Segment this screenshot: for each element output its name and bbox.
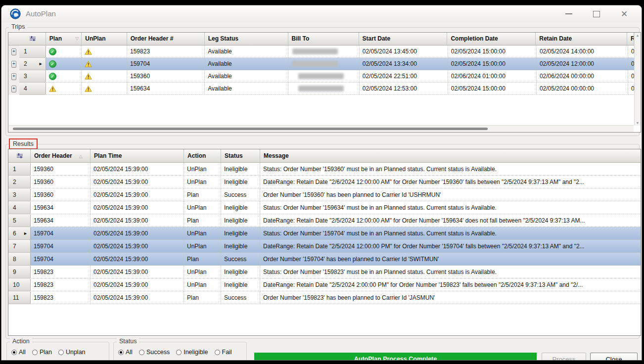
results-row[interactable]: 915982302/05/2024 15:39:00UnPlanIneligib… <box>8 266 641 278</box>
results-caption: Results <box>9 138 38 149</box>
cell-message: Status: Order Number '159360' must be in… <box>260 163 641 176</box>
radio-button-icon[interactable] <box>176 350 182 355</box>
radio-button-icon[interactable] <box>11 350 17 355</box>
cell-order-header: 159823 <box>31 278 91 291</box>
results-row[interactable]: 115936002/05/2024 15:39:00UnPlanIneligib… <box>8 163 641 176</box>
results-header-message[interactable]: Message <box>260 149 641 162</box>
trips-header-plan[interactable]: Plan▽ <box>46 33 82 45</box>
radio-label: Fail <box>222 349 232 356</box>
radio-label: All <box>19 349 26 356</box>
results-row[interactable]: 415963402/05/2024 15:39:00UnPlanIneligib… <box>8 201 641 214</box>
trips-header-completion[interactable]: Completion Date <box>447 33 536 45</box>
cell-order-header: 159360 <box>31 163 91 176</box>
maximize-button[interactable] <box>592 9 601 18</box>
close-button[interactable]: Close <box>590 353 638 361</box>
expand-button[interactable]: + <box>11 73 16 80</box>
results-row[interactable]: 215936002/05/2024 15:39:00UnPlanIneligib… <box>8 176 641 188</box>
cell-message: Status: Order Number '159634' must be in… <box>260 201 641 214</box>
results-row[interactable]: 1015982302/05/2024 15:39:00UnPlanIneligi… <box>8 278 641 291</box>
trips-filter-button[interactable] <box>19 33 46 45</box>
trips-header-start[interactable]: Start Date <box>359 33 448 45</box>
row-number: 7 <box>13 243 16 250</box>
minimize-button[interactable] <box>564 9 573 18</box>
row-header: 4 <box>8 201 31 214</box>
radio-action-all[interactable]: All <box>11 349 26 356</box>
trips-row[interactable]: +4159634Available02/05/2024 12:53:0002/0… <box>8 83 634 95</box>
cell-bill-to-redacted <box>288 58 359 70</box>
trips-header-row: Plan▽UnPlanOrder Header #Leg StatusBill … <box>8 33 634 46</box>
radio-button-icon[interactable] <box>215 350 220 355</box>
radio-button-icon[interactable] <box>32 350 38 355</box>
trips-horizontal-scrollbar[interactable] <box>9 125 634 132</box>
column-label: Retain Date <box>539 35 572 42</box>
cell-message: DateRange: Retain Date "2/5/2024 2:00:00… <box>260 278 641 291</box>
cell-plan-time: 02/05/2024 15:39:00 <box>91 266 184 278</box>
cell-message: Status: Order Number '159823' must be in… <box>260 266 641 278</box>
cell-message: DateRange: Retain Date "2/6/2024 12:00:0… <box>260 176 641 188</box>
cell-retain-date: 02/05/2024 12:00:00 <box>537 58 628 70</box>
radio-action-plan[interactable]: Plan <box>32 349 52 356</box>
expand-button[interactable]: + <box>11 61 16 68</box>
trips-row[interactable]: +1✓159823Available02/05/2024 13:45:0002/… <box>8 46 634 58</box>
results-header-action[interactable]: Action <box>184 149 221 162</box>
radio-status-all[interactable]: All <box>118 349 133 356</box>
expand-button[interactable]: + <box>11 86 16 92</box>
cell-bill-to-redacted <box>288 83 359 95</box>
cell-order-header: 159823 <box>127 46 205 58</box>
trips-header-order[interactable]: Order Header # <box>127 33 205 45</box>
cell-unplan <box>82 46 127 58</box>
redacted-value <box>298 73 344 79</box>
trips-header-unplan[interactable]: UnPlan <box>82 33 127 45</box>
results-header-status[interactable]: Status <box>221 149 260 162</box>
radio-status-success[interactable]: Success <box>139 349 170 356</box>
expand-button[interactable]: + <box>11 48 16 55</box>
radio-button-icon[interactable] <box>139 350 144 355</box>
radio-status-fail[interactable]: Fail <box>215 349 232 356</box>
sort-descending-icon: ▽ <box>75 36 79 41</box>
results-row[interactable]: 815970402/05/2024 15:39:00PlanSuccessOrd… <box>8 253 641 266</box>
radio-status-ineligible[interactable]: Ineligible <box>176 349 208 356</box>
cell-action: UnPlan <box>184 163 221 176</box>
trips-row[interactable]: +3✓159360Available02/05/2024 22:51:0002/… <box>8 70 634 83</box>
row-number: 3 <box>24 73 27 80</box>
cell-completion-date: 02/05/2024 15:00:00 <box>448 46 537 58</box>
cell-bill-to-redacted <box>288 70 359 83</box>
trips-row[interactable]: +2►✓159704Available02/05/2024 13:34:0002… <box>8 58 634 70</box>
results-row[interactable]: 315936002/05/2024 15:39:00PlanSuccessOrd… <box>8 188 641 201</box>
cell-order-header: 159360 <box>31 188 91 201</box>
cell-plan: ✓ <box>46 46 82 58</box>
results-grid: Order Header△Plan TimeActionStatusMessag… <box>8 149 641 336</box>
trips-vertical-scrollbar[interactable]: ▲▼ <box>634 33 641 126</box>
results-row[interactable]: 6►15970402/05/2024 15:39:00UnPlanIneligi… <box>8 227 641 240</box>
trips-header-partial[interactable]: R <box>627 33 634 45</box>
close-window-button[interactable]: ✕ <box>620 9 629 18</box>
results-row[interactable]: 715970402/05/2024 15:39:00UnPlanIneligib… <box>8 240 641 253</box>
radio-label: Ineligible <box>184 349 208 356</box>
trips-header-billto[interactable]: Bill To <box>288 33 359 45</box>
trips-header-retain[interactable]: Retain Date <box>536 33 627 45</box>
radio-button-icon[interactable] <box>118 350 124 355</box>
results-header-time[interactable]: Plan Time <box>91 149 184 162</box>
results-row[interactable]: 515963402/05/2024 15:39:00PlanIneligible… <box>8 214 641 227</box>
redacted-value <box>292 48 338 54</box>
column-label: Bill To <box>292 35 310 42</box>
warning-icon <box>85 86 92 92</box>
column-label: Message <box>264 152 289 159</box>
results-header-order[interactable]: Order Header△ <box>31 149 91 162</box>
trips-hscroll-thumb[interactable] <box>13 128 488 130</box>
redacted-value <box>298 86 344 91</box>
row-number: 11 <box>13 294 19 301</box>
process-button[interactable]: Process <box>542 353 586 361</box>
cell-completion-date: 02/05/2024 15:00:00 <box>448 83 537 95</box>
results-filter-button[interactable] <box>8 149 31 162</box>
expand-cell: + <box>8 58 19 70</box>
radio-action-unplan[interactable]: Unplan <box>58 349 86 356</box>
app-logo-icon <box>10 8 21 19</box>
trips-header-leg[interactable]: Leg Status <box>205 33 288 45</box>
results-row[interactable]: 1115982302/05/2024 15:39:00PlanSuccessOr… <box>8 291 641 304</box>
expand-cell: + <box>8 46 19 58</box>
column-label: Order Header # <box>131 35 174 42</box>
cell-plan-time: 02/05/2024 15:39:00 <box>91 278 184 291</box>
cell-action: UnPlan <box>184 227 221 240</box>
radio-button-icon[interactable] <box>58 350 64 355</box>
